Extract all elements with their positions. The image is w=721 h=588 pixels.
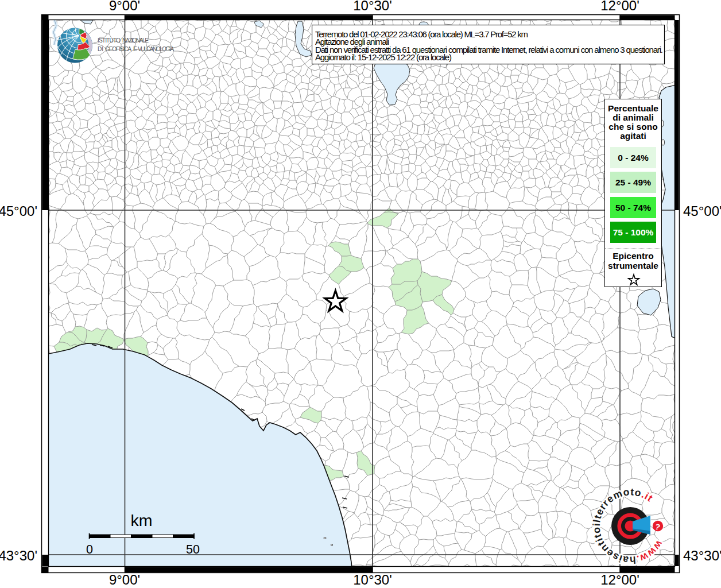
svg-text:ISTITUTONAZIONALE: ISTITUTONAZIONALE [98,37,149,44]
svg-text:km: km [131,511,153,529]
svg-text:DIGEOFISICAEVULCANOLOGIA: DIGEOFISICAEVULCANOLOGIA [98,46,174,52]
svg-text:Aggiornato il: 15-12-2025 12:2: Aggiornato il: 15-12-2025 12:22 (ora loc… [315,52,452,62]
